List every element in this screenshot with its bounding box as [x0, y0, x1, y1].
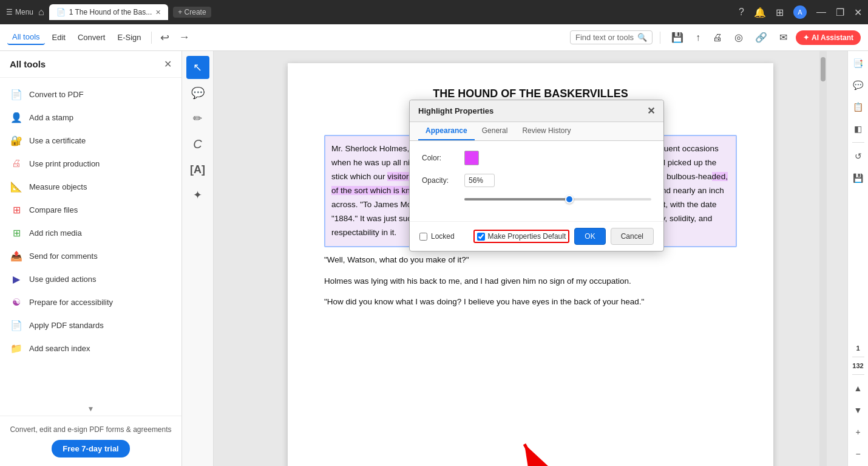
- tab-close-icon[interactable]: ✕: [155, 9, 161, 16]
- save-panel-icon[interactable]: 💾: [850, 170, 867, 187]
- menu-convert[interactable]: Convert: [73, 30, 110, 44]
- right-panel-sep2: [852, 357, 864, 357]
- menu-esign[interactable]: E-Sign: [112, 30, 146, 44]
- dialog-title-bar: Highlight Properties ✕: [410, 100, 663, 122]
- sidebar-item-measure-objects[interactable]: 📐 Measure objects: [0, 175, 181, 198]
- sidebar-item-send-for-comments[interactable]: 📤 Send for comments: [0, 244, 181, 267]
- comment-tool-button[interactable]: 💬: [186, 81, 209, 105]
- zoom-out-icon[interactable]: −: [850, 445, 867, 462]
- find-bar[interactable]: Find text or tools 🔍: [570, 30, 653, 44]
- pencil-tool-button[interactable]: ✏: [186, 107, 209, 130]
- sidebar-item-print-production[interactable]: 🖨 Use print production: [0, 152, 181, 175]
- ai-assistant-button[interactable]: ✦ AI Assistant: [796, 30, 861, 45]
- content-area[interactable]: THE HOUND OF THE BASKERVILLES Chapter 1.…: [214, 51, 847, 466]
- tab-review-history[interactable]: Review History: [515, 122, 578, 140]
- sidebar-item-label: Use a certificate: [29, 136, 86, 145]
- slider-thumb[interactable]: [565, 195, 574, 204]
- ai-icon: ✦: [803, 33, 809, 42]
- cancel-button[interactable]: Cancel: [611, 228, 654, 245]
- trial-button[interactable]: Free 7-day trial: [52, 440, 130, 457]
- make-default-label: Make Properties Default: [488, 232, 566, 241]
- save-icon[interactable]: 💾: [668, 29, 687, 46]
- compare-icon: ⊞: [10, 203, 23, 216]
- curve-tool-button[interactable]: C: [186, 132, 209, 156]
- restore-button[interactable]: ❐: [836, 7, 844, 18]
- sidebar-close-button[interactable]: ✕: [164, 58, 172, 70]
- view-icon[interactable]: ◎: [731, 29, 747, 46]
- share-icon[interactable]: ↑: [692, 30, 704, 46]
- layers-icon[interactable]: ◧: [850, 120, 867, 137]
- make-default-box: Make Properties Default: [473, 230, 570, 243]
- back-icon[interactable]: ↩: [157, 30, 173, 46]
- sidebar-item-convert-to-pdf[interactable]: 📄 Convert to PDF: [0, 83, 181, 106]
- text-icon: [A]: [190, 163, 205, 176]
- undo-icon[interactable]: ↺: [850, 148, 867, 165]
- search-icon[interactable]: 🔍: [637, 33, 647, 42]
- scrollbar-track[interactable]: [819, 51, 827, 466]
- scroll-up-icon[interactable]: ▲: [850, 380, 867, 397]
- hamburger-icon: ☰: [6, 8, 13, 16]
- opacity-slider[interactable]: [464, 196, 651, 203]
- avatar[interactable]: A: [793, 5, 807, 19]
- menu-edit[interactable]: Edit: [47, 30, 70, 44]
- sidebar-item-add-stamp[interactable]: 👤 Add a stamp: [0, 106, 181, 129]
- pages-panel-icon[interactable]: 📋: [850, 98, 867, 115]
- sidebar-item-search-index[interactable]: 📁 Add search index: [0, 337, 181, 360]
- home-icon[interactable]: ⌂: [38, 7, 44, 18]
- ok-button[interactable]: OK: [574, 228, 605, 245]
- scroll-down-icon[interactable]: ▼: [850, 402, 867, 419]
- sidebar-item-accessibility[interactable]: ☯ Prepare for accessibility: [0, 290, 181, 314]
- right-panel-sep: [852, 142, 864, 143]
- color-swatch[interactable]: [464, 151, 479, 165]
- curve-icon: C: [193, 137, 202, 151]
- browser-menu[interactable]: ☰ Menu: [6, 8, 33, 16]
- sidebar-list: 📄 Convert to PDF 👤 Add a stamp 🔐 Use a c…: [0, 78, 181, 402]
- sidebar-scroll-down[interactable]: ▼: [87, 405, 95, 413]
- tab-appearance[interactable]: Appearance: [418, 122, 475, 140]
- select-tool-button[interactable]: ↖: [186, 56, 209, 79]
- locked-checkbox[interactable]: [419, 233, 427, 241]
- make-default-checkbox[interactable]: [477, 233, 485, 241]
- pdf-title: THE HOUND OF THE BASKERVILLES: [324, 87, 737, 100]
- menu-all-tools[interactable]: All tools: [7, 30, 45, 45]
- sidebar-item-compare-files[interactable]: ⊞ Compare files: [0, 198, 181, 221]
- sidebar-footer: Convert, edit and e-sign PDF forms & agr…: [0, 416, 181, 466]
- guided-actions-icon: ▶: [10, 272, 23, 286]
- zoom-in-icon[interactable]: +: [850, 423, 867, 440]
- new-tab-button[interactable]: + Create: [173, 7, 211, 18]
- sidebar-item-use-certificate[interactable]: 🔐 Use a certificate: [0, 129, 181, 152]
- comment-panel-icon[interactable]: 💬: [850, 77, 867, 94]
- stamp-tool-button[interactable]: ✦: [186, 183, 209, 207]
- opacity-input[interactable]: [464, 174, 495, 187]
- main-layout: All tools ✕ 📄 Convert to PDF 👤 Add a sta…: [0, 51, 868, 466]
- print-production-icon: 🖨: [10, 157, 23, 170]
- find-text: Find text or tools: [575, 33, 634, 42]
- right-panel-sep3: [852, 374, 864, 375]
- text-tool-button[interactable]: [A]: [186, 158, 209, 181]
- dialog-body: Color: Opacity:: [410, 141, 663, 221]
- email-icon[interactable]: ✉: [776, 29, 791, 46]
- help-icon[interactable]: ?: [739, 7, 744, 18]
- sidebar-header: All tools ✕: [0, 51, 181, 78]
- dialog-title: Highlight Properties: [418, 106, 493, 115]
- notification-icon[interactable]: 🔔: [754, 7, 766, 18]
- sidebar-item-label: Apply PDF standards: [29, 321, 104, 330]
- sidebar-item-add-rich-media[interactable]: ⊞ Add rich media: [0, 221, 181, 244]
- sidebar-item-guided-actions[interactable]: ▶ Use guided actions: [0, 267, 181, 290]
- print-icon[interactable]: 🖨: [709, 30, 726, 46]
- apps-icon[interactable]: ⊞: [776, 7, 784, 18]
- bookmark-icon[interactable]: 📑: [850, 55, 867, 72]
- minimize-button[interactable]: —: [816, 7, 826, 18]
- scrollbar-thumb[interactable]: [821, 57, 826, 81]
- sidebar-scroll-indicator: ▼: [0, 402, 181, 416]
- sidebar-item-label: Compare files: [29, 205, 78, 214]
- browser-tab[interactable]: 📄 1 The Hound of the Bas... ✕: [49, 4, 169, 20]
- browser-bar: ☰ Menu ⌂ 📄 1 The Hound of the Bas... ✕ +…: [0, 0, 868, 24]
- link-icon[interactable]: 🔗: [751, 29, 771, 46]
- dialog-close-button[interactable]: ✕: [647, 105, 655, 117]
- convert-to-pdf-icon: 📄: [10, 87, 23, 101]
- close-button[interactable]: ✕: [854, 7, 862, 18]
- sidebar-item-pdf-standards[interactable]: 📄 Apply PDF standards: [0, 314, 181, 337]
- forward-icon[interactable]: →: [175, 30, 194, 45]
- tab-general[interactable]: General: [475, 122, 515, 140]
